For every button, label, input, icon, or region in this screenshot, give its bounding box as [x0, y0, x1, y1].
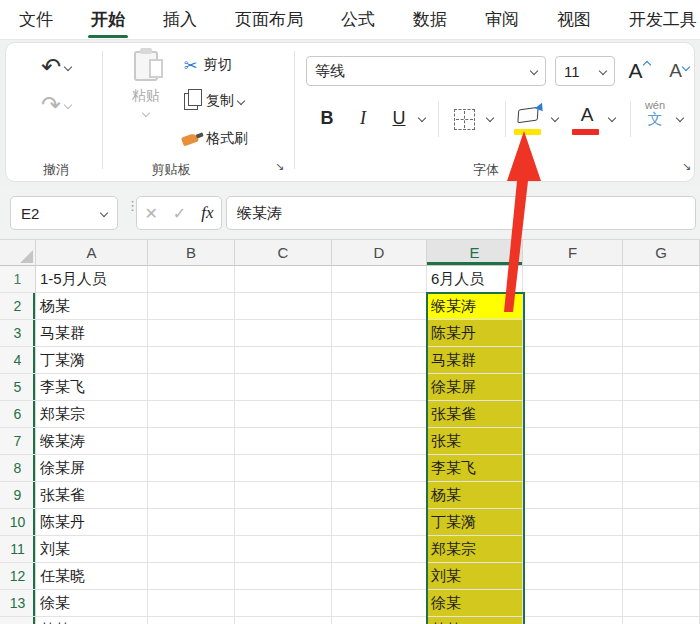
cell-D9[interactable]	[332, 482, 427, 509]
row-header-12[interactable]: 12	[0, 563, 36, 590]
cell-E7[interactable]: 张某	[427, 428, 523, 455]
tab-视图[interactable]: 视图	[538, 0, 610, 40]
cell-C6[interactable]	[235, 401, 332, 428]
tab-数据[interactable]: 数据	[394, 0, 466, 40]
cell-G13[interactable]	[623, 590, 700, 617]
cell-D5[interactable]	[332, 374, 427, 401]
cell-C4[interactable]	[235, 347, 332, 374]
cell-F3[interactable]	[523, 320, 623, 347]
column-header-E[interactable]: E	[427, 240, 523, 266]
row-header-clipped[interactable]	[0, 617, 36, 624]
fill-color-button[interactable]	[512, 103, 544, 127]
row-header-2[interactable]: 2	[0, 293, 36, 320]
cell-C9[interactable]	[235, 482, 332, 509]
cell-F4[interactable]	[523, 347, 623, 374]
column-header-A[interactable]: A	[36, 240, 148, 266]
cell-E4[interactable]: 马某群	[427, 347, 523, 374]
row-header-5[interactable]: 5	[0, 374, 36, 401]
chevron-down-icon[interactable]	[237, 97, 245, 105]
cell-E13[interactable]: 徐某	[427, 590, 523, 617]
cell-B2[interactable]	[148, 293, 235, 320]
cell-G[interactable]	[623, 617, 700, 624]
cell-C1[interactable]	[235, 266, 332, 293]
cell-B[interactable]	[148, 617, 235, 624]
cell-D[interactable]	[332, 617, 427, 624]
row-header-11[interactable]: 11	[0, 536, 36, 563]
row-header-4[interactable]: 4	[0, 347, 36, 374]
cell-A8[interactable]: 徐某屏	[36, 455, 148, 482]
select-all-corner[interactable]	[0, 240, 36, 266]
cell-F7[interactable]	[523, 428, 623, 455]
cell-A3[interactable]: 马某群	[36, 320, 148, 347]
cell-G3[interactable]	[623, 320, 700, 347]
clipboard-dialog-launcher-icon[interactable]: ↘	[274, 160, 285, 173]
tab-文件[interactable]: 文件	[0, 0, 72, 40]
phonetic-guide-button[interactable]: wén 文	[640, 99, 670, 137]
cell-B8[interactable]	[148, 455, 235, 482]
tab-页面布局[interactable]: 页面布局	[216, 0, 322, 40]
row-header-1[interactable]: 1	[0, 266, 36, 293]
chevron-down-icon[interactable]	[64, 63, 72, 71]
cell-G10[interactable]	[623, 509, 700, 536]
cell-F11[interactable]	[523, 536, 623, 563]
cell-D12[interactable]	[332, 563, 427, 590]
cell-A2[interactable]: 杨某	[36, 293, 148, 320]
cell-E1[interactable]: 6月人员	[427, 266, 523, 293]
cell-C7[interactable]	[235, 428, 332, 455]
cell-D13[interactable]	[332, 590, 427, 617]
cell-G4[interactable]	[623, 347, 700, 374]
font-dialog-launcher-icon[interactable]: ↘	[681, 160, 692, 173]
cell-C[interactable]	[235, 617, 332, 624]
increase-font-size-button[interactable]: A	[622, 56, 656, 86]
cell-A9[interactable]: 张某雀	[36, 482, 148, 509]
underline-button[interactable]: U	[386, 101, 412, 135]
borders-dropdown[interactable]	[482, 103, 498, 133]
cell-B10[interactable]	[148, 509, 235, 536]
cell-F[interactable]	[523, 617, 623, 624]
cell-G12[interactable]	[623, 563, 700, 590]
cell-B12[interactable]	[148, 563, 235, 590]
cell-E12[interactable]: 刘某	[427, 563, 523, 590]
cell-D8[interactable]	[332, 455, 427, 482]
phonetic-dropdown[interactable]	[672, 103, 688, 133]
row-header-6[interactable]: 6	[0, 401, 36, 428]
cell-F9[interactable]	[523, 482, 623, 509]
cell-A5[interactable]: 李某飞	[36, 374, 148, 401]
cell-C3[interactable]	[235, 320, 332, 347]
decrease-font-size-button[interactable]: A	[662, 56, 696, 86]
cell-A1[interactable]: 1-5月人员	[36, 266, 148, 293]
cell-B1[interactable]	[148, 266, 235, 293]
cell-F5[interactable]	[523, 374, 623, 401]
enter-icon[interactable]: ✓	[173, 204, 186, 223]
row-header-8[interactable]: 8	[0, 455, 36, 482]
cell-C2[interactable]	[235, 293, 332, 320]
row-header-10[interactable]: 10	[0, 509, 36, 536]
cell-G1[interactable]	[623, 266, 700, 293]
cell-G7[interactable]	[623, 428, 700, 455]
cell-C11[interactable]	[235, 536, 332, 563]
redo-button[interactable]: ↷	[32, 89, 80, 121]
insert-function-icon[interactable]: fx	[201, 203, 213, 223]
cell-G2[interactable]	[623, 293, 700, 320]
tab-插入[interactable]: 插入	[144, 0, 216, 40]
cell-B9[interactable]	[148, 482, 235, 509]
cell-A10[interactable]: 陈某丹	[36, 509, 148, 536]
cell-D3[interactable]	[332, 320, 427, 347]
font-size-select[interactable]: 11	[555, 56, 615, 86]
cell-D4[interactable]	[332, 347, 427, 374]
fill-color-dropdown[interactable]	[547, 103, 563, 133]
font-name-select[interactable]: 等线	[306, 56, 546, 86]
cell-B7[interactable]	[148, 428, 235, 455]
tab-审阅[interactable]: 审阅	[466, 0, 538, 40]
cell-B4[interactable]	[148, 347, 235, 374]
cell-D6[interactable]	[332, 401, 427, 428]
cell-D10[interactable]	[332, 509, 427, 536]
name-box[interactable]: E2	[10, 196, 118, 230]
italic-button[interactable]: I	[350, 101, 376, 135]
cell-C5[interactable]	[235, 374, 332, 401]
cell-F6[interactable]	[523, 401, 623, 428]
copy-button[interactable]: 复制	[184, 89, 244, 113]
row-header-7[interactable]: 7	[0, 428, 36, 455]
row-header-13[interactable]: 13	[0, 590, 36, 617]
cell-G8[interactable]	[623, 455, 700, 482]
